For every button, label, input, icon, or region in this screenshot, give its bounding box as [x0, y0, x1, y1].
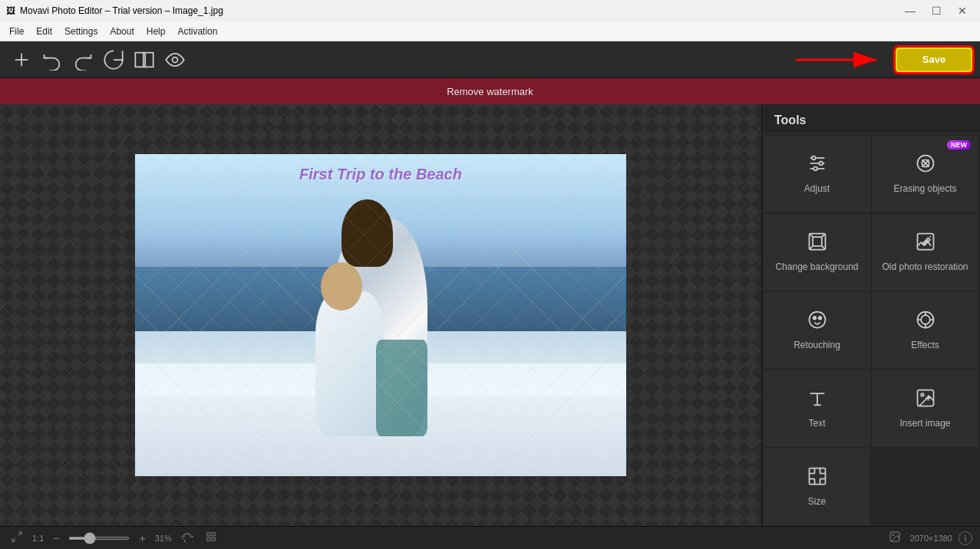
svg-point-25	[813, 317, 816, 320]
image-dimensions: 2070×1380	[910, 534, 952, 543]
redo-button[interactable]	[69, 46, 97, 74]
svg-rect-40	[809, 468, 825, 485]
effects-label: Effects	[911, 340, 939, 352]
rotate-button[interactable]	[100, 46, 127, 74]
menu-file[interactable]: File	[3, 25, 30, 38]
save-button[interactable]: Save	[896, 48, 972, 72]
compare-button[interactable]	[130, 46, 158, 74]
tool-size[interactable]: Size	[764, 449, 870, 525]
titlebar-controls: — ☐ ✕	[899, 3, 974, 18]
tool-old-photo-restoration[interactable]: Old photo restoration	[872, 214, 978, 291]
tool-adjust[interactable]: Adjust	[764, 136, 870, 212]
text-icon	[807, 387, 828, 412]
menu-activation[interactable]: Activation	[171, 25, 223, 38]
minimize-button[interactable]: —	[899, 3, 922, 18]
add-button[interactable]	[8, 46, 35, 74]
photo-container: First Trip to the Beach	[135, 154, 626, 476]
tool-erasing-objects[interactable]: NEW Erasing objects	[872, 136, 978, 212]
tool-text[interactable]: Text	[764, 370, 870, 447]
pan-tool-button[interactable]	[178, 529, 196, 547]
menubar: File Edit Settings About Help Activation	[0, 21, 980, 41]
effects-icon	[915, 309, 936, 334]
insert-image-icon	[915, 387, 936, 412]
undo-button[interactable]	[38, 46, 66, 74]
size-icon	[807, 465, 828, 490]
tool-retouching[interactable]: Retouching	[764, 292, 870, 369]
app-icon: 🖼	[6, 5, 15, 16]
svg-point-13	[819, 162, 823, 166]
titlebar: 🖼 Movavi Photo Editor – Trial version – …	[0, 0, 980, 21]
maximize-button[interactable]: ☐	[925, 3, 948, 18]
size-label: Size	[808, 496, 826, 508]
titlebar-left: 🖼 Movavi Photo Editor – Trial version – …	[6, 5, 223, 16]
svg-rect-52	[212, 533, 215, 536]
photo-title: First Trip to the Beach	[299, 166, 462, 183]
svg-line-49	[18, 532, 21, 536]
zoom-slider[interactable]	[68, 537, 130, 540]
zoom-ratio: 1:1	[32, 534, 44, 543]
zoom-percent: 31%	[155, 534, 172, 543]
svg-point-24	[809, 312, 825, 328]
svg-rect-51	[206, 533, 210, 536]
adjust-icon	[807, 153, 828, 177]
gallery-view-button[interactable]	[886, 529, 904, 547]
zoom-in-button[interactable]: +	[136, 531, 148, 546]
menu-help[interactable]: Help	[140, 25, 172, 38]
svg-rect-53	[206, 537, 210, 541]
svg-point-6	[173, 57, 178, 62]
retouching-icon	[807, 309, 828, 334]
main: First Trip to the Beach Tools	[0, 104, 980, 526]
retouching-label: Retouching	[794, 340, 840, 352]
info-button[interactable]: i	[959, 531, 972, 545]
erasing-objects-icon	[915, 153, 936, 177]
new-badge: NEW	[947, 140, 971, 150]
svg-line-50	[12, 537, 16, 541]
svg-point-37	[921, 393, 924, 396]
tools-panel: Tools Adjust NEW	[761, 104, 980, 526]
old-photo-restoration-label: Old photo restoration	[882, 261, 968, 274]
tools-header: Tools	[762, 104, 980, 134]
tool-insert-image[interactable]: Insert image	[872, 370, 978, 447]
menu-settings[interactable]: Settings	[58, 25, 104, 38]
svg-point-56	[892, 534, 893, 536]
photo-scene: First Trip to the Beach	[135, 154, 626, 476]
watermark-text: Remove watermark	[447, 86, 533, 97]
change-background-icon	[807, 231, 828, 255]
svg-point-12	[812, 156, 816, 160]
tools-grid: Adjust NEW Erasing objects	[762, 134, 980, 527]
svg-point-28	[921, 315, 930, 324]
change-background-label: Change background	[775, 261, 858, 274]
tool-change-background[interactable]: Change background	[764, 214, 870, 291]
watermark-bar[interactable]: Remove watermark	[0, 78, 980, 104]
text-label: Text	[808, 418, 825, 430]
something-button[interactable]	[203, 530, 219, 546]
adjust-label: Adjust	[804, 183, 830, 196]
insert-image-label: Insert image	[899, 418, 950, 430]
menu-about[interactable]: About	[104, 25, 140, 38]
svg-rect-18	[813, 237, 822, 246]
tool-effects[interactable]: Effects	[872, 292, 978, 369]
canvas-area[interactable]: First Trip to the Beach	[0, 104, 761, 526]
svg-point-14	[813, 167, 817, 171]
fit-to-screen-button[interactable]	[8, 529, 26, 547]
zoom-out-button[interactable]: −	[50, 531, 62, 546]
svg-rect-2	[135, 52, 144, 67]
arrow-indicator	[796, 48, 888, 71]
svg-point-26	[818, 317, 821, 320]
close-button[interactable]: ✕	[951, 3, 974, 18]
erasing-objects-label: Erasing objects	[893, 183, 956, 196]
statusbar: 1:1 − + 31% 2070×1380 i	[0, 526, 980, 549]
window-title: Movavi Photo Editor – Trial version – Im…	[20, 5, 223, 16]
menu-edit[interactable]: Edit	[30, 25, 58, 38]
old-photo-restoration-icon	[915, 231, 936, 255]
svg-rect-3	[145, 52, 153, 67]
svg-rect-54	[212, 537, 215, 541]
preview-button[interactable]	[161, 46, 189, 74]
toolbar: Save	[0, 41, 980, 78]
